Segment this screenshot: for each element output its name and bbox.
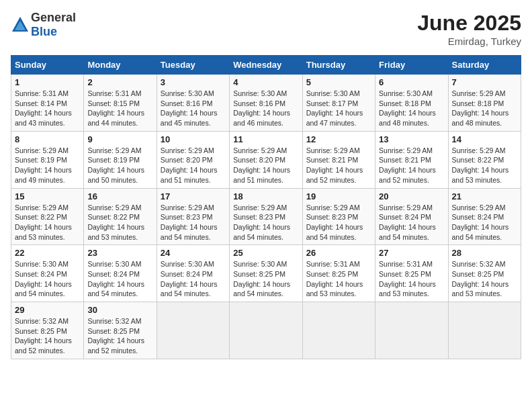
day-number: 8 [15, 134, 80, 144]
day-info: Sunrise: 5:32 AM Sunset: 8:25 PM Dayligh… [87, 316, 152, 356]
day-number: 15 [15, 191, 80, 201]
calendar-cell: 10 Sunrise: 5:29 AM Sunset: 8:20 PM Dayl… [157, 131, 229, 188]
day-number: 26 [306, 248, 371, 258]
day-number: 16 [87, 191, 152, 201]
day-number: 4 [233, 77, 298, 87]
day-info: Sunrise: 5:30 AM Sunset: 8:24 PM Dayligh… [161, 259, 226, 299]
calendar-cell: 6 Sunrise: 5:30 AM Sunset: 8:18 PM Dayli… [375, 75, 448, 132]
calendar-cell: 29 Sunrise: 5:32 AM Sunset: 8:25 PM Dayl… [11, 302, 84, 359]
day-info: Sunrise: 5:29 AM Sunset: 8:22 PM Dayligh… [15, 203, 80, 242]
day-number: 1 [15, 77, 80, 87]
day-info: Sunrise: 5:29 AM Sunset: 8:24 PM Dayligh… [452, 203, 517, 242]
calendar-cell: 5 Sunrise: 5:30 AM Sunset: 8:17 PM Dayli… [302, 75, 375, 132]
day-number: 20 [379, 191, 444, 201]
day-info: Sunrise: 5:31 AM Sunset: 8:25 PM Dayligh… [379, 259, 444, 299]
calendar-title: June 2025 [417, 11, 521, 36]
header-friday: Friday [375, 56, 448, 75]
day-info: Sunrise: 5:31 AM Sunset: 8:25 PM Dayligh… [306, 259, 371, 299]
day-info: Sunrise: 5:29 AM Sunset: 8:20 PM Dayligh… [233, 146, 298, 185]
header-thursday: Thursday [302, 56, 375, 75]
day-info: Sunrise: 5:30 AM Sunset: 8:18 PM Dayligh… [379, 89, 444, 128]
header-tuesday: Tuesday [157, 56, 229, 75]
calendar-cell: 1 Sunrise: 5:31 AM Sunset: 8:14 PM Dayli… [11, 75, 84, 132]
calendar-cell: 14 Sunrise: 5:29 AM Sunset: 8:22 PM Dayl… [448, 131, 521, 188]
day-number: 9 [87, 134, 152, 144]
day-info: Sunrise: 5:32 AM Sunset: 8:25 PM Dayligh… [15, 316, 80, 356]
day-info: Sunrise: 5:29 AM Sunset: 8:21 PM Dayligh… [379, 146, 444, 185]
logo-text-blue: Blue [31, 25, 57, 38]
day-info: Sunrise: 5:30 AM Sunset: 8:16 PM Dayligh… [233, 89, 298, 128]
header-monday: Monday [84, 56, 157, 75]
day-info: Sunrise: 5:31 AM Sunset: 8:15 PM Dayligh… [87, 89, 152, 128]
day-number: 22 [15, 248, 80, 258]
calendar-cell: 27 Sunrise: 5:31 AM Sunset: 8:25 PM Dayl… [375, 245, 448, 302]
day-info: Sunrise: 5:31 AM Sunset: 8:14 PM Dayligh… [15, 89, 80, 128]
weekday-header-row: Sunday Monday Tuesday Wednesday Thursday… [11, 56, 521, 75]
calendar-cell: 21 Sunrise: 5:29 AM Sunset: 8:24 PM Dayl… [448, 188, 521, 245]
day-number: 30 [87, 305, 152, 315]
header-wednesday: Wednesday [230, 56, 302, 75]
day-info: Sunrise: 5:30 AM Sunset: 8:24 PM Dayligh… [87, 259, 152, 299]
header-sunday: Sunday [11, 56, 84, 75]
day-number: 19 [306, 191, 371, 201]
page-header: General Blue June 2025 Emirdag, Turkey [11, 11, 521, 47]
day-info: Sunrise: 5:29 AM Sunset: 8:21 PM Dayligh… [306, 146, 371, 185]
calendar-cell: 23 Sunrise: 5:30 AM Sunset: 8:24 PM Dayl… [84, 245, 157, 302]
day-number: 29 [15, 305, 80, 315]
day-info: Sunrise: 5:29 AM Sunset: 8:22 PM Dayligh… [452, 146, 517, 185]
calendar-cell: 18 Sunrise: 5:29 AM Sunset: 8:23 PM Dayl… [230, 188, 302, 245]
day-number: 11 [233, 134, 298, 144]
calendar-week-row: 1 Sunrise: 5:31 AM Sunset: 8:14 PM Dayli… [11, 75, 521, 132]
day-number: 12 [306, 134, 371, 144]
header-saturday: Saturday [448, 56, 521, 75]
day-number: 13 [379, 134, 444, 144]
day-info: Sunrise: 5:29 AM Sunset: 8:23 PM Dayligh… [161, 203, 226, 242]
day-info: Sunrise: 5:29 AM Sunset: 8:23 PM Dayligh… [306, 203, 371, 242]
day-number: 10 [161, 134, 226, 144]
day-info: Sunrise: 5:30 AM Sunset: 8:16 PM Dayligh… [161, 89, 226, 128]
day-info: Sunrise: 5:29 AM Sunset: 8:19 PM Dayligh… [15, 146, 80, 185]
calendar-cell: 28 Sunrise: 5:32 AM Sunset: 8:25 PM Dayl… [448, 245, 521, 302]
day-number: 5 [306, 77, 371, 87]
calendar-week-row: 15 Sunrise: 5:29 AM Sunset: 8:22 PM Dayl… [11, 188, 521, 245]
calendar-week-row: 22 Sunrise: 5:30 AM Sunset: 8:24 PM Dayl… [11, 245, 521, 302]
day-info: Sunrise: 5:30 AM Sunset: 8:24 PM Dayligh… [15, 259, 80, 299]
calendar-cell: 17 Sunrise: 5:29 AM Sunset: 8:23 PM Dayl… [157, 188, 229, 245]
calendar-cell: 9 Sunrise: 5:29 AM Sunset: 8:19 PM Dayli… [84, 131, 157, 188]
calendar-week-row: 8 Sunrise: 5:29 AM Sunset: 8:19 PM Dayli… [11, 131, 521, 188]
day-info: Sunrise: 5:29 AM Sunset: 8:19 PM Dayligh… [87, 146, 152, 185]
calendar-cell: 15 Sunrise: 5:29 AM Sunset: 8:22 PM Dayl… [11, 188, 84, 245]
day-number: 7 [452, 77, 517, 87]
calendar-cell: 25 Sunrise: 5:30 AM Sunset: 8:25 PM Dayl… [230, 245, 302, 302]
day-number: 25 [233, 248, 298, 258]
calendar-cell: 8 Sunrise: 5:29 AM Sunset: 8:19 PM Dayli… [11, 131, 84, 188]
calendar-cell [157, 302, 229, 359]
day-number: 28 [452, 248, 517, 258]
calendar-cell [375, 302, 448, 359]
title-block: June 2025 Emirdag, Turkey [417, 11, 521, 47]
day-info: Sunrise: 5:29 AM Sunset: 8:20 PM Dayligh… [161, 146, 226, 185]
calendar-cell: 26 Sunrise: 5:31 AM Sunset: 8:25 PM Dayl… [302, 245, 375, 302]
calendar-cell [448, 302, 521, 359]
calendar-location: Emirdag, Turkey [417, 36, 521, 47]
day-info: Sunrise: 5:32 AM Sunset: 8:25 PM Dayligh… [452, 259, 517, 299]
day-number: 14 [452, 134, 517, 144]
day-info: Sunrise: 5:29 AM Sunset: 8:22 PM Dayligh… [87, 203, 152, 242]
calendar-cell: 7 Sunrise: 5:29 AM Sunset: 8:18 PM Dayli… [448, 75, 521, 132]
calendar-table: Sunday Monday Tuesday Wednesday Thursday… [11, 55, 521, 359]
day-number: 23 [87, 248, 152, 258]
logo-icon [11, 15, 30, 34]
day-number: 21 [452, 191, 517, 201]
day-number: 6 [379, 77, 444, 87]
calendar-cell: 2 Sunrise: 5:31 AM Sunset: 8:15 PM Dayli… [84, 75, 157, 132]
calendar-cell: 30 Sunrise: 5:32 AM Sunset: 8:25 PM Dayl… [84, 302, 157, 359]
day-info: Sunrise: 5:29 AM Sunset: 8:24 PM Dayligh… [379, 203, 444, 242]
calendar-cell: 4 Sunrise: 5:30 AM Sunset: 8:16 PM Dayli… [230, 75, 302, 132]
day-info: Sunrise: 5:30 AM Sunset: 8:25 PM Dayligh… [233, 259, 298, 299]
calendar-cell: 12 Sunrise: 5:29 AM Sunset: 8:21 PM Dayl… [302, 131, 375, 188]
day-number: 3 [161, 77, 226, 87]
calendar-cell: 11 Sunrise: 5:29 AM Sunset: 8:20 PM Dayl… [230, 131, 302, 188]
day-number: 17 [161, 191, 226, 201]
day-number: 18 [233, 191, 298, 201]
day-info: Sunrise: 5:29 AM Sunset: 8:23 PM Dayligh… [233, 203, 298, 242]
